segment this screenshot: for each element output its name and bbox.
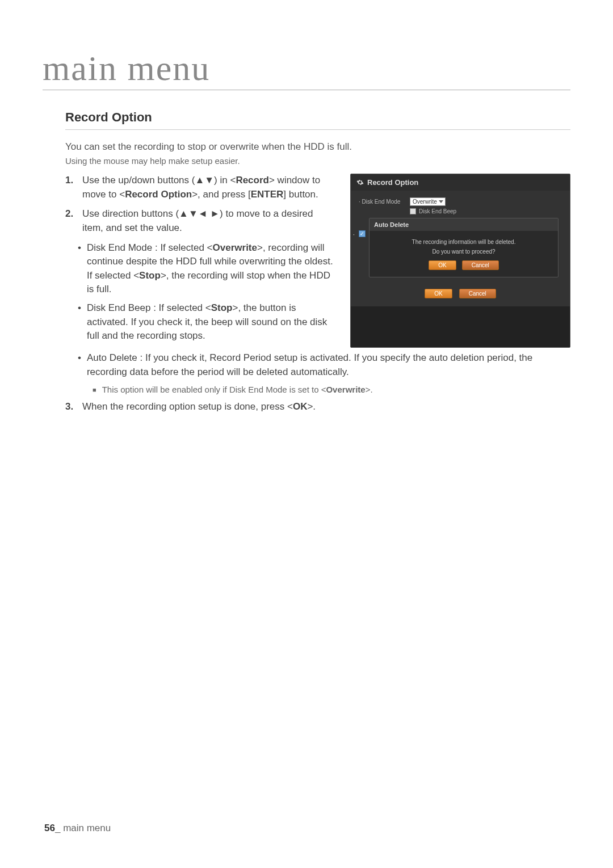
text-bold: Record [236,175,269,186]
step-number: 2. [65,207,78,235]
text-bold: Overwrite [213,242,257,253]
dialog-title: Record Option [367,178,418,187]
modal-title: Auto Delete [370,218,558,231]
auto-delete-modal: Auto Delete The recording information wi… [369,218,559,277]
auto-delete-checkbox[interactable]: ✓ [359,230,366,237]
footer-sep: _ [55,823,60,833]
step-2: 2. Use direction buttons (▲▼◄ ►) to move… [65,207,337,235]
dot-icon: · [353,231,355,238]
text-bold: Record Option [125,189,192,200]
disk-end-beep-checkbox[interactable] [410,208,416,214]
modal-message-1: The recording information will be delete… [375,239,552,245]
page-number: 56 [44,823,55,833]
page-title: main menu [43,48,570,90]
dialog-cancel-button[interactable]: Cancel [459,289,496,298]
modal-cancel-button[interactable]: Cancel [462,260,499,270]
text: >. [307,401,316,412]
bullet-icon: • [78,241,81,297]
page-footer: 56_ main menu [44,823,111,834]
bullet-icon: • [78,301,81,343]
text: When the recording option setup is done,… [82,401,293,412]
text: >. [366,385,373,394]
disk-end-mode-dropdown[interactable]: Overwrite [410,197,446,206]
step-number: 3. [65,400,78,414]
text: Auto Delete : If you check it, Record Pe… [87,351,570,379]
text-bold: Stop [139,270,161,281]
footer-text: main menu [63,823,111,833]
disk-end-beep-label: Disk End Beep [419,208,456,214]
step-3: 3. When the recording option setup is do… [65,400,570,414]
section-heading: Record Option [65,110,570,125]
dialog-titlebar: Record Option [351,174,570,191]
intro-text: You can set the recording to stop or ove… [65,141,570,153]
bullet-icon: • [78,351,81,379]
text-bold: Stop [211,302,233,313]
text: Disk End Beep : If selected < [87,302,211,313]
text: >, and press [ [192,189,250,200]
section-divider [65,129,570,130]
intro-subtext: Using the mouse may help make setup easi… [65,156,570,166]
bullet-auto-delete: • Auto Delete : If you check it, Record … [78,351,570,379]
modal-ok-button[interactable]: OK [429,260,456,270]
text-bold: Overwrite [326,385,365,394]
text-bold: OK [293,401,308,412]
text-bold: ENTER [251,189,284,200]
text: Disk End Mode : If selected < [87,242,213,253]
bullet-disk-end-beep: • Disk End Beep : If selected <Stop>, th… [78,301,337,343]
text: ] button. [283,189,318,200]
modal-message-2: Do you want to proceed? [375,248,552,255]
gear-icon [356,179,364,186]
note-icon: ■ [93,386,96,398]
record-option-dialog: Record Option · Disk End Mode Overwrite … [350,174,570,348]
bullet-disk-end-mode: • Disk End Mode : If selected <Overwrite… [78,241,337,297]
step-1: 1. Use the up/down buttons (▲▼) in <Reco… [65,174,337,201]
step-number: 1. [65,174,78,201]
note-overwrite: ■ This option will be enabled only if Di… [93,384,570,395]
text: Use direction buttons (▲▼◄ ►) to move to… [82,207,337,235]
dialog-ok-button[interactable]: OK [425,289,452,298]
disk-end-mode-row: · Disk End Mode Overwrite [359,197,562,206]
disk-end-beep-row: Disk End Beep [410,208,562,214]
text: This option will be enabled only if Disk… [102,385,326,394]
disk-end-mode-label: · Disk End Mode [359,199,410,205]
text: Use the up/down buttons (▲▼) in < [82,175,236,186]
